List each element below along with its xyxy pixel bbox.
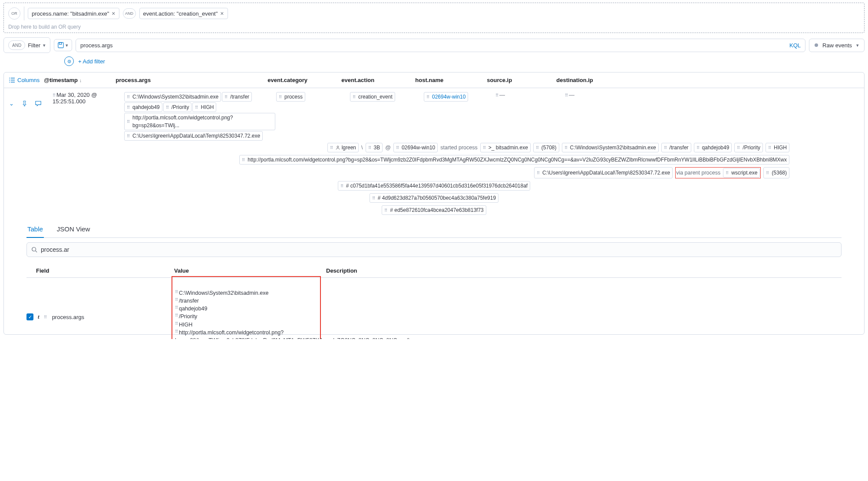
- col-destination-ip[interactable]: destination.ip: [556, 77, 613, 83]
- type-text-icon: t: [38, 313, 40, 320]
- cell-destination-ip: ⠿—: [565, 92, 621, 98]
- status-dot-icon: [815, 43, 818, 47]
- detail-pill[interactable]: ⠿02694w-win10: [393, 143, 438, 152]
- value-highlight-box: ⠿C:\Windows\System32\bitsadmin.exe ⠿/tra…: [172, 276, 321, 339]
- parent-process-highlight: via parent process⠿wscript.exe: [675, 167, 761, 178]
- filter-pill-event-action[interactable]: event.action: "creation_event" ×: [139, 8, 228, 19]
- detail-text: @: [385, 145, 391, 151]
- save-query-button[interactable]: ▾: [54, 39, 72, 51]
- detail-row: ⠿# 4d9d623d827a7b0560570bec4a63c380a75fe…: [9, 191, 859, 204]
- detail-pill[interactable]: ⠿qahdejob49: [124, 102, 162, 112]
- detail-tabs: Table JSON View: [26, 222, 842, 238]
- detail-pill[interactable]: ⠿# ed5e872610fca4bcea2047e63b813f73: [382, 205, 486, 215]
- detail-pill[interactable]: ⠿/transfer: [222, 92, 252, 102]
- and-filter-button[interactable]: AND Filter ▾: [3, 37, 50, 53]
- ft-header-value: Value: [174, 267, 326, 274]
- detail-pill[interactable]: ⠿/transfer: [661, 143, 691, 152]
- detail-pill[interactable]: ⠿C:\Windows\System32\bitsadmin.exe: [562, 143, 659, 152]
- drag-handle-icon[interactable]: ⠿: [44, 315, 46, 320]
- detail-pill[interactable]: ⠿qahdejob49: [694, 143, 732, 152]
- detail-row: ⠿C:\Users\lgreen\AppData\Local\Temp\8253…: [9, 165, 859, 179]
- search-icon: [31, 247, 37, 253]
- close-icon[interactable]: ×: [220, 10, 224, 17]
- detail-pill[interactable]: ⠿# 4d9d623d827a7b0560570bec4a63c380a75fe…: [370, 193, 498, 203]
- table-header: Columns @timestamp ↓ process.args event.…: [4, 72, 864, 88]
- col-host-name[interactable]: host.name: [415, 77, 487, 83]
- or-badge: OR: [8, 7, 20, 20]
- filter-pill-label: event.action: "creation_event": [143, 10, 218, 17]
- detail-row: ⠿# ed5e872610fca4bcea2047e63b813f73: [9, 204, 859, 216]
- and-badge: AND: [123, 8, 136, 19]
- filter-label: Filter: [28, 42, 40, 49]
- add-filter-link[interactable]: + Add filter: [78, 58, 105, 65]
- col-event-category[interactable]: event.category: [267, 77, 341, 83]
- search-bar[interactable]: KQL: [76, 39, 805, 52]
- col-source-ip[interactable]: source.ip: [487, 77, 556, 83]
- cell-event-category: ⠿process: [276, 92, 350, 102]
- pin-icon[interactable]: [22, 101, 27, 106]
- detail-pill[interactable]: ⠿>_ bitsadmin.exe: [480, 143, 531, 152]
- columns-label: Columns: [17, 77, 40, 83]
- cell-source-ip: ⠿—: [495, 92, 565, 98]
- detail-pill[interactable]: ⠿/Priority: [734, 143, 763, 152]
- save-icon: [58, 42, 64, 48]
- and-badge: AND: [8, 40, 25, 50]
- search-input[interactable]: [80, 42, 729, 49]
- ft-row: ✓ t ⠿ process.args ⠿C:\Windows\System32\…: [26, 278, 842, 325]
- tab-table[interactable]: Table: [26, 222, 44, 238]
- detail-pill[interactable]: ⠿http://portla.mlcsoft.com/widgetcontrol…: [124, 113, 275, 130]
- list-icon: [9, 77, 15, 83]
- field-checkbox[interactable]: ✓: [26, 313, 33, 320]
- detail-row: ⠿# c075d1bfa41e553586f5fa44e139597d40601…: [9, 179, 859, 191]
- tab-json-view[interactable]: JSON View: [56, 222, 91, 237]
- kql-toggle[interactable]: KQL: [789, 42, 801, 49]
- detail-pill[interactable]: ⠿HIGH: [766, 143, 789, 152]
- cell-timestamp: ⠿Mar 30, 2020 @ 15:25:51.000: [53, 92, 124, 105]
- divider: [24, 7, 24, 20]
- svg-point-8: [337, 146, 339, 148]
- filter-options-icon[interactable]: ⊜: [64, 56, 74, 66]
- events-table: Columns @timestamp ↓ process.args event.…: [3, 72, 865, 335]
- detail-pill[interactable]: ⠿/Priority: [163, 102, 192, 112]
- col-process-args[interactable]: process.args: [116, 77, 267, 83]
- field-search[interactable]: [26, 242, 842, 257]
- ft-header-description: Description: [326, 267, 842, 274]
- expand-row-icon[interactable]: ⌄: [9, 100, 14, 107]
- detail-pill[interactable]: ⠿# c075d1bfa41e553586f5fa44e139597d40601…: [338, 181, 530, 191]
- detail-text: \: [361, 145, 363, 151]
- raw-events-dropdown[interactable]: Raw events ▾: [809, 39, 865, 52]
- detail-pill[interactable]: ⠿C:\Users\lgreen\AppData\Local\Temp\8253…: [534, 167, 673, 178]
- cell-event-action: ⠿creation_event: [350, 92, 424, 102]
- detail-pill[interactable]: ⠿C:\Windows\System32\bitsadmin.exe: [124, 92, 221, 102]
- detail-pill[interactable]: ⠿http://portla.mlcsoft.com/widgetcontrol…: [239, 155, 789, 165]
- field-search-input[interactable]: [41, 246, 837, 253]
- columns-button[interactable]: Columns: [9, 77, 40, 83]
- ft-field-name: process.args: [52, 314, 84, 320]
- detail-pill[interactable]: ⠿wscript.exe: [723, 168, 760, 178]
- table-row: ⌄ ⠿Mar 30, 2020 @ 15:25:51.000 ⠿C:\Windo…: [4, 88, 864, 334]
- detail-text: started process: [440, 145, 477, 151]
- col-event-action[interactable]: event.action: [341, 77, 415, 83]
- sort-down-icon: ↓: [79, 78, 82, 83]
- detail-pill[interactable]: ⠿(5368): [763, 167, 789, 178]
- filter-pill-process-name[interactable]: process.name: "bitsadmin.exe" ×: [28, 8, 119, 19]
- svg-rect-0: [58, 43, 63, 48]
- chevron-down-icon: ▾: [66, 43, 68, 48]
- cell-process-args: ⠿C:\Windows\System32\bitsadmin.exe⠿/tran…: [124, 92, 276, 141]
- detail-pill[interactable]: ⠿HIGH: [192, 102, 216, 112]
- detail-text: via parent process: [676, 170, 720, 176]
- detail-row: ⠿lgreen\⠿3B@⠿02694w-win10started process…: [9, 141, 859, 153]
- close-icon[interactable]: ×: [112, 10, 115, 17]
- query-drop-area[interactable]: OR process.name: "bitsadmin.exe" × AND e…: [3, 3, 865, 33]
- col-timestamp[interactable]: @timestamp ↓: [44, 77, 116, 83]
- notes-icon[interactable]: [35, 101, 41, 106]
- svg-line-10: [36, 251, 37, 253]
- detail-pill[interactable]: ⠿(5708): [533, 143, 559, 152]
- detail-pill[interactable]: ⠿3B: [366, 143, 383, 152]
- filter-pill-label: process.name: "bitsadmin.exe": [32, 10, 109, 17]
- detail-pill[interactable]: ⠿lgreen: [327, 143, 359, 152]
- detail-row: ⠿http://portla.mlcsoft.com/widgetcontrol…: [9, 153, 859, 165]
- detail-pill[interactable]: ⠿C:\Users\lgreen\AppData\Local\Temp\8253…: [124, 131, 263, 141]
- drop-hint: Drop here to build an OR query: [8, 24, 860, 30]
- cell-host-name[interactable]: ⠿02694w-win10: [424, 92, 495, 102]
